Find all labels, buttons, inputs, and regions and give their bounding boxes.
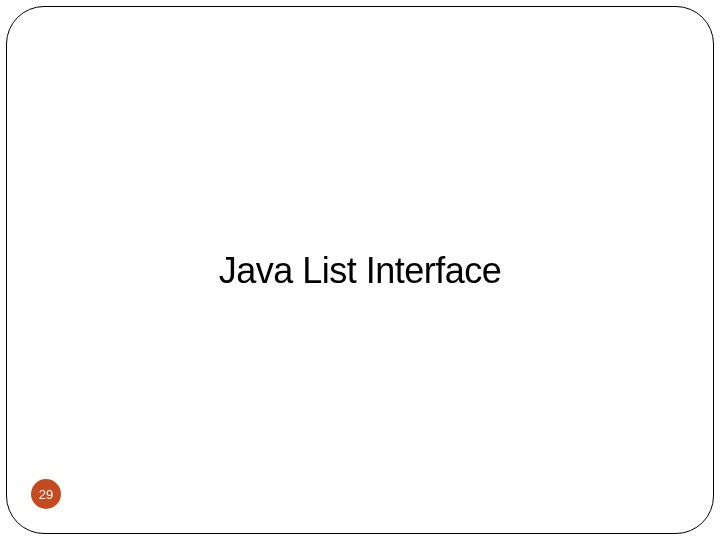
page-number-badge: 29 [31, 479, 61, 509]
page-number: 29 [39, 487, 53, 502]
slide-frame: Java List Interface 29 [6, 6, 714, 534]
slide-title: Java List Interface [7, 250, 713, 292]
